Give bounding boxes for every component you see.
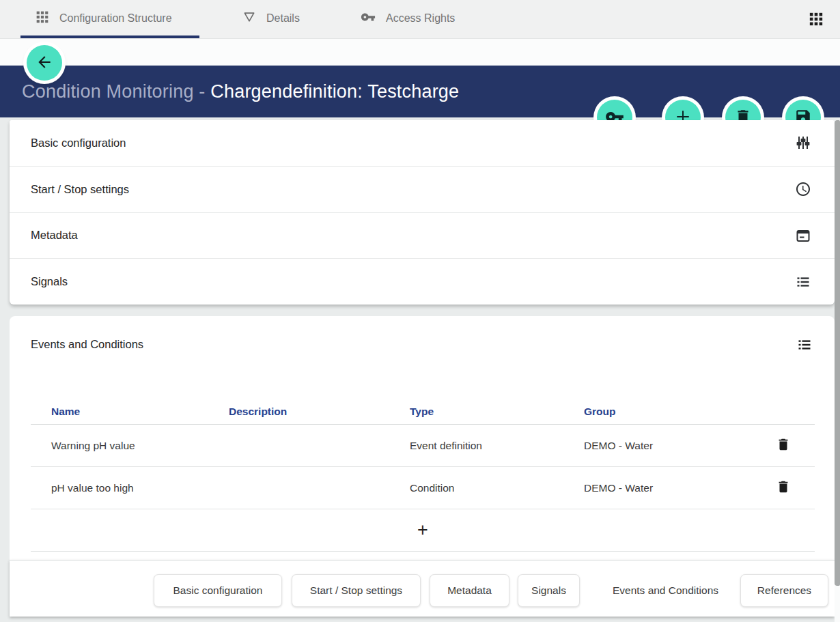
section-basic-configuration[interactable]: Basic configuration xyxy=(10,120,835,167)
add-row-button[interactable]: + xyxy=(31,509,815,552)
row-delete-button[interactable] xyxy=(776,437,791,454)
events-and-conditions-card: Events and Conditions Name Description T… xyxy=(10,316,835,560)
cell-type: Condition xyxy=(410,482,584,494)
list-icon xyxy=(795,274,811,290)
page-title-main: Chargendefinition: Testcharge xyxy=(210,81,459,102)
funnel-icon xyxy=(242,10,256,27)
nav-metadata-button[interactable]: Metadata xyxy=(430,574,509,607)
nav-basic-configuration-button[interactable]: Basic configuration xyxy=(154,574,282,607)
scrollbar-thumb[interactable] xyxy=(835,120,840,586)
section-label: Signals xyxy=(31,275,68,288)
column-header-type: Type xyxy=(410,406,584,418)
page-title-prefix: Condition Monitoring - xyxy=(22,81,210,102)
grid-icon xyxy=(36,10,49,27)
section-start-stop-settings[interactable]: Start / Stop settings xyxy=(10,167,835,213)
bottom-navigation-bar: Basic configuration Start / Stop setting… xyxy=(10,560,835,617)
plus-icon: + xyxy=(417,521,428,539)
section-label: Metadata xyxy=(31,229,78,242)
cell-name: Warning pH value xyxy=(31,440,229,452)
grid-icon xyxy=(809,18,824,29)
table-row[interactable]: Warning pH value Event definition DEMO -… xyxy=(31,425,815,467)
events-table: Name Description Type Group Warning pH v… xyxy=(31,399,815,552)
cell-type: Event definition xyxy=(410,440,584,452)
events-section-title: Events and Conditions xyxy=(31,338,143,351)
tab-label: Details xyxy=(266,12,300,25)
table-row[interactable]: pH value too high Condition DEMO - Water xyxy=(31,467,815,509)
tab-label: Access Rights xyxy=(386,12,455,25)
top-tab-bar: Configuration Structure Details Access R… xyxy=(0,0,840,39)
section-label: Start / Stop settings xyxy=(31,183,129,196)
cell-group: DEMO - Water xyxy=(584,440,751,452)
nav-start-stop-settings-button[interactable]: Start / Stop settings xyxy=(292,574,421,607)
list-icon[interactable] xyxy=(796,337,813,355)
page-title: Condition Monitoring - Chargendefinition… xyxy=(22,66,459,117)
page-header: Condition Monitoring - Chargendefinition… xyxy=(0,66,840,117)
nav-events-and-conditions-button[interactable]: Events and Conditions xyxy=(591,574,740,607)
tab-label: Configuration Structure xyxy=(59,12,172,25)
calendar-icon xyxy=(795,227,811,244)
back-button[interactable] xyxy=(27,45,62,81)
section-metadata[interactable]: Metadata xyxy=(10,213,835,259)
active-tab-underline xyxy=(20,36,199,38)
clock-icon xyxy=(795,181,811,197)
nav-signals-button[interactable]: Signals xyxy=(518,574,580,607)
section-signals[interactable]: Signals xyxy=(10,259,835,305)
arrow-left-icon xyxy=(36,53,53,73)
app-window: Configuration Structure Details Access R… xyxy=(0,0,840,622)
column-header-description: Description xyxy=(229,406,410,418)
trash-icon xyxy=(776,437,791,454)
configuration-sections-card: Basic configuration Start / Stop setting… xyxy=(10,120,835,305)
nav-references-button[interactable]: References xyxy=(740,574,828,607)
header-strip xyxy=(0,39,840,66)
tab-access-rights[interactable]: Access Rights xyxy=(361,0,455,36)
column-header-group: Group xyxy=(584,406,751,418)
tab-details[interactable]: Details xyxy=(242,0,300,36)
sliders-icon xyxy=(795,135,811,151)
row-delete-button[interactable] xyxy=(776,479,791,496)
section-label: Basic configuration xyxy=(31,137,126,150)
key-icon xyxy=(361,10,376,27)
tab-configuration-structure[interactable]: Configuration Structure xyxy=(36,0,172,36)
cell-name: pH value too high xyxy=(31,482,229,494)
column-header-name: Name xyxy=(31,406,229,418)
table-header-row: Name Description Type Group xyxy=(31,399,815,425)
cell-group: DEMO - Water xyxy=(584,482,751,494)
trash-icon xyxy=(776,479,791,496)
apps-grid-button[interactable] xyxy=(809,12,824,27)
